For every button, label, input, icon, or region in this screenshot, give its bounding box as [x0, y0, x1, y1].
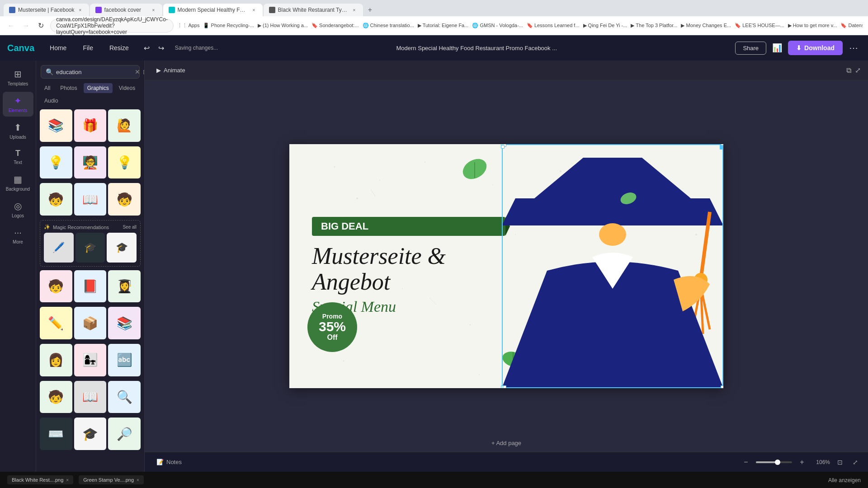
- graphic-item-17[interactable]: 👩‍👧: [74, 344, 107, 376]
- graphic-item-21[interactable]: 🔍: [108, 381, 141, 413]
- nav-home[interactable]: Home: [45, 42, 71, 54]
- sidebar-item-background[interactable]: ▦ Background: [3, 170, 33, 195]
- more-button[interactable]: ⋯: [846, 41, 861, 55]
- refresh-button[interactable]: ↻: [35, 19, 47, 32]
- address-bar[interactable]: canva.com/design/DAEyzqkApKc/U_jCWYCo-Co…: [50, 19, 174, 33]
- graphic-item-2[interactable]: 🎁: [74, 109, 107, 142]
- magic-item-3[interactable]: 🎓: [107, 233, 137, 263]
- bookmark-2[interactable]: ▶ (1) How Working a...: [258, 23, 308, 28]
- search-input[interactable]: [56, 69, 132, 75]
- graphic-item-12[interactable]: 👩‍🎓: [108, 270, 141, 303]
- expand-button[interactable]: ⤢: [855, 66, 861, 75]
- graphic-item-7[interactable]: 🧒: [40, 183, 72, 216]
- graphic-item-14[interactable]: 📦: [74, 307, 107, 339]
- search-bar[interactable]: 🔍 ✕ ⊟: [41, 65, 140, 79]
- bottom-file-2[interactable]: Green Stamp Ve....png ×: [79, 475, 144, 484]
- sidebar-item-templates[interactable]: ⊞ Templates: [3, 65, 33, 90]
- bookmark-12[interactable]: ▶ How to get more v...: [788, 23, 837, 28]
- bookmark-5[interactable]: ▶ Tutorial: Eigene Fa...: [418, 23, 469, 28]
- share-button[interactable]: Share: [735, 42, 766, 55]
- graphic-item-15[interactable]: 📚: [108, 307, 141, 339]
- notes-button[interactable]: 📝 Notes: [152, 457, 186, 467]
- sidebar-item-logos[interactable]: ◎ Logos: [3, 197, 33, 222]
- tab-videos[interactable]: Videos: [115, 83, 139, 93]
- sidebar-item-more[interactable]: ··· More: [3, 224, 33, 248]
- bookmark-1[interactable]: 📱 Phone Recycling-...: [203, 23, 254, 28]
- graphic-item-8[interactable]: 📖: [74, 183, 107, 216]
- graphic-item-4[interactable]: 💡: [40, 146, 72, 179]
- bookmark-10[interactable]: ▶ Money Changes E...: [681, 23, 731, 28]
- zoom-fit-button[interactable]: ⊡: [835, 457, 845, 468]
- graphic-item-10[interactable]: 🧒: [40, 270, 72, 303]
- graphic-item-5[interactable]: 🧑‍🏫: [74, 146, 107, 179]
- tab-close-2[interactable]: ×: [151, 7, 157, 13]
- tab-close-4[interactable]: ×: [351, 7, 358, 13]
- bookmark-11[interactable]: 🔖 LEE'S HOUSE—...: [735, 23, 784, 28]
- graphic-item-16[interactable]: 👩: [40, 344, 72, 376]
- new-tab-button[interactable]: +: [364, 4, 377, 16]
- search-clear-icon[interactable]: ✕: [135, 68, 140, 75]
- sidebar-item-uploads[interactable]: ⬆ Uploads: [3, 118, 33, 143]
- graphic-item-9[interactable]: 🧒: [108, 183, 141, 216]
- graphics-grid-5: ✏️ 📦 📚: [40, 307, 141, 339]
- browser-tab-2[interactable]: facebook cover ×: [90, 4, 162, 16]
- tab-close-1[interactable]: ×: [77, 7, 84, 13]
- graphic-item-6[interactable]: 💡: [108, 146, 141, 179]
- bookmark-4[interactable]: 🌐 Chinese translatio...: [363, 23, 414, 28]
- redo-button[interactable]: ↪: [155, 42, 168, 54]
- animate-button[interactable]: ▶ Animate: [152, 65, 190, 75]
- bookmark-3[interactable]: 🔖 Sonderangebot:...: [311, 23, 359, 28]
- bookmark-9[interactable]: ▶ The Top 3 Platfor...: [631, 23, 677, 28]
- graphic-item-18[interactable]: 🔤: [108, 344, 141, 376]
- tab-graphics[interactable]: Graphics: [84, 83, 113, 93]
- bottom-file-1[interactable]: Black White Rest....png ×: [7, 475, 73, 484]
- magic-item-1[interactable]: 🖊️: [44, 233, 74, 263]
- tab-audio[interactable]: Audio: [41, 96, 62, 106]
- graphic-item-1[interactable]: 📚: [40, 109, 72, 142]
- magic-rec-header: ✨ Magic Recommendations See all: [44, 224, 137, 230]
- canvas-page[interactable]: BIG DEAL Musterseite & Angebot Special M…: [289, 144, 723, 388]
- see-all-link[interactable]: See all: [123, 225, 137, 230]
- copy-button[interactable]: ⧉: [846, 66, 851, 75]
- zoom-fullscreen-button[interactable]: ⤢: [850, 457, 861, 468]
- graphic-item-13[interactable]: ✏️: [40, 307, 72, 339]
- file-1-close[interactable]: ×: [66, 478, 69, 483]
- bookmark-apps[interactable]: ⋮⋮ Apps: [177, 23, 200, 28]
- tab-all[interactable]: All: [41, 83, 54, 93]
- nav-resize[interactable]: Resize: [105, 42, 133, 54]
- nav-file[interactable]: File: [78, 42, 98, 54]
- magic-item-2[interactable]: 🎓: [75, 233, 105, 263]
- download-button[interactable]: ⬇ Download: [788, 41, 843, 55]
- alle-anzeigen-button[interactable]: Alle anzeigen: [828, 477, 861, 483]
- stats-button[interactable]: 📊: [770, 41, 784, 55]
- graphic-item-23[interactable]: 🎓: [74, 418, 107, 450]
- browser-tab-3[interactable]: Modern Special Healthy Food... ×: [163, 4, 263, 16]
- tab-close-3[interactable]: ×: [251, 7, 257, 13]
- canvas-scroll-area[interactable]: BIG DEAL Musterseite & Angebot Special M…: [145, 80, 868, 452]
- magic-star-icon: ✨: [44, 224, 50, 230]
- zoom-slider[interactable]: [756, 461, 792, 463]
- tab-photos[interactable]: Photos: [57, 83, 80, 93]
- graphic-item-19[interactable]: 🧒: [40, 381, 72, 413]
- bookmark-7[interactable]: 🔖 Lessons Learned f...: [527, 23, 580, 28]
- browser-tab-4[interactable]: Black White Restaurant Typo... ×: [264, 4, 363, 16]
- graphic-item-11[interactable]: 📕: [74, 270, 107, 303]
- bookmark-13[interactable]: 🔖 Datenschutz - R...: [840, 23, 863, 28]
- graphic-item-22[interactable]: ⌨️: [40, 418, 72, 450]
- back-button[interactable]: ←: [5, 19, 17, 32]
- file-2-close[interactable]: ×: [137, 478, 139, 483]
- undo-button[interactable]: ↩: [141, 42, 153, 54]
- forward-button[interactable]: →: [20, 19, 32, 32]
- browser-tab-1[interactable]: Musterseite | Facebook ×: [4, 4, 89, 16]
- sidebar-item-elements[interactable]: ✦ Elements: [3, 92, 33, 117]
- zoom-in-button[interactable]: +: [797, 457, 807, 468]
- zoom-out-button[interactable]: −: [741, 457, 751, 468]
- bookmark-8[interactable]: ▶ Qing Fei De Yi -...: [583, 23, 627, 28]
- graphic-item-20[interactable]: 📖: [74, 381, 107, 413]
- graphic-item-24[interactable]: 🔎: [108, 418, 141, 450]
- add-page-button[interactable]: + Add page: [486, 438, 527, 448]
- search-icon: 🔍: [46, 68, 53, 75]
- bookmark-6[interactable]: 🌐 GMSN - Vologda-...: [472, 23, 523, 28]
- graphic-item-3[interactable]: 🙋: [108, 109, 141, 142]
- sidebar-item-text[interactable]: T Text: [3, 145, 33, 169]
